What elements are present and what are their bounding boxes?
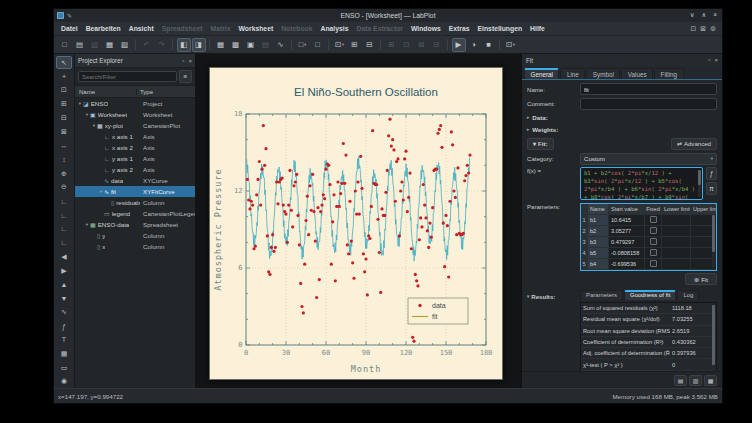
new-spreadsheet-button[interactable]: ▦ — [214, 38, 228, 52]
menu-ansicht[interactable]: Ansicht — [125, 25, 158, 32]
add-info-element-tool-button[interactable]: ◉ — [56, 375, 72, 388]
export-button[interactable]: □ — [311, 38, 325, 52]
new-project-button[interactable]: □ — [58, 38, 72, 52]
shift-right-x-tool-button[interactable]: ▶ — [56, 264, 72, 277]
pause-button[interactable]: ◑ — [467, 38, 481, 52]
auto-scale-y-tool-button[interactable]: ↕ — [56, 153, 72, 166]
section-weights[interactable]: ▸ Weights: — [527, 125, 717, 135]
param-name-cell[interactable]: b2 — [588, 226, 609, 236]
y-axis-label[interactable]: Atmospheric Pressure — [213, 168, 223, 290]
tree-row-y-axis-1[interactable]: ∟y axis 1Axis — [75, 153, 195, 164]
menu-windows[interactable]: Windows — [407, 25, 445, 32]
insert-function-button[interactable]: ƒ — [706, 167, 717, 180]
layout-combo-button[interactable]: ⊡▾ — [504, 38, 518, 52]
print-button[interactable]: ▦ — [103, 38, 117, 52]
stop-button[interactable]: ■ — [482, 38, 496, 52]
play-button[interactable]: ▶ — [452, 38, 466, 52]
param-start-value-cell[interactable]: 0.479297 — [609, 237, 645, 247]
param-name-cell[interactable]: b5 — [588, 248, 609, 258]
xy-plot-canvas[interactable]: 0306090120150180061218El Niño-Southern O… — [210, 68, 502, 379]
tab-filling[interactable]: Filling — [654, 68, 683, 79]
menu-data-extractor[interactable]: Data Extractor — [352, 25, 406, 32]
tab-line[interactable]: Line — [560, 68, 585, 79]
auto-scale-x-tool-button[interactable]: ↔ — [56, 139, 72, 152]
tree-row-y[interactable]: ▯yColumn — [75, 230, 195, 241]
zoom-out-x-tool-button[interactable]: ∟ — [56, 208, 72, 221]
zoom-select-tool-button[interactable]: ⊡ — [56, 84, 72, 97]
dock-float-icon[interactable]: ▫ — [182, 58, 184, 64]
menu-datei[interactable]: Datei — [57, 25, 82, 32]
results-tab-parameters[interactable]: Parameters — [580, 290, 623, 300]
param-lower-limit-cell[interactable] — [662, 215, 691, 225]
parameter-row-b5[interactable]: 4b5-0.0808158 — [581, 248, 716, 259]
zoom-out-y-tool-button[interactable]: ∟ — [56, 236, 72, 249]
tree-row-x-axis-1[interactable]: ∟x axis 1Axis — [75, 131, 195, 142]
tree-row-x[interactable]: ▯xColumn — [75, 241, 195, 252]
menu-bearbeiten[interactable]: Bearbeiten — [82, 25, 125, 32]
param-start-value-cell[interactable]: 10.6415 — [609, 215, 645, 225]
save-template-button[interactable]: ▥ — [689, 375, 702, 386]
formula-scrollbar[interactable] — [698, 170, 701, 197]
zoom-mode-button[interactable]: ⊡▾ — [333, 38, 347, 52]
param-name-cell[interactable]: b3 — [588, 237, 609, 247]
mdi-close-icon[interactable]: ⊠ — [700, 25, 706, 33]
shift-left-x-tool-button[interactable]: ◀ — [56, 250, 72, 263]
param-lower-limit-cell[interactable] — [662, 237, 691, 247]
menu-spreadsheet[interactable]: Spreadsheet — [158, 25, 207, 32]
param-start-value-cell[interactable]: -0.0808158 — [609, 248, 645, 258]
tree-row-legend[interactable]: ▭legendCartesianPlotLegend — [75, 208, 195, 219]
new-worksheet-button[interactable]: ▣ — [244, 38, 258, 52]
titlebar[interactable]: ✎ ENSO - [Worksheet] — LabPlot ∨ ∧ × — [54, 9, 722, 22]
section-fit-button[interactable]: ▾ Fit: — [527, 138, 554, 150]
parameter-row-b2[interactable]: 2b23.05277 — [581, 226, 716, 237]
menu-worksheet[interactable]: Worksheet — [235, 25, 278, 32]
insert-constant-button[interactable]: π — [706, 182, 717, 195]
tree-row-xy-plot[interactable]: ▾▦xy-plotCartesianPlot — [75, 120, 195, 131]
minimize-button[interactable]: ∨ — [690, 12, 695, 19]
menu-hilfe[interactable]: Hilfe — [526, 25, 549, 32]
advanced-button[interactable]: ⇄ Advanced — [671, 138, 717, 150]
shift-down-y-tool-button[interactable]: ▼ — [56, 292, 72, 305]
menu-einstellungen[interactable]: Einstellungen — [474, 25, 527, 32]
category-select[interactable]: Custom ▾ — [580, 153, 717, 165]
dock-close-icon[interactable]: × — [188, 58, 192, 64]
tree-row-data[interactable]: ∿dataXYCurve — [75, 175, 195, 186]
formula-editor[interactable]: b1 + b2*cos( 2*pi*x/12 ) + b3*sin( 2*pi*… — [580, 167, 703, 200]
worksheet-sheet[interactable]: 0306090120150180061218El Niño-Southern O… — [209, 67, 503, 380]
run-fit-button[interactable]: ⊛ Fit — [685, 273, 717, 285]
select-tool-button[interactable]: ↖ — [56, 56, 72, 69]
param-lower-limit-cell[interactable] — [662, 248, 691, 258]
name-field[interactable] — [580, 83, 717, 95]
parameters-scrollbar[interactable] — [712, 215, 715, 268]
new-datapicker-button[interactable]: ∿ — [274, 38, 288, 52]
tree-row-y-axis-2[interactable]: ∟y axis 2Axis — [75, 164, 195, 175]
param-name-cell[interactable]: b4 — [588, 259, 609, 269]
reset-settings-button[interactable]: ▤ — [674, 375, 687, 386]
menu-extras[interactable]: Extras — [445, 25, 474, 32]
print-preview-button[interactable]: ▧ — [118, 38, 132, 52]
dock-float-icon[interactable]: ▫ — [708, 57, 710, 63]
results-label[interactable]: ▾ Results: — [527, 293, 577, 300]
add-curve-tool-button[interactable]: ∿ — [56, 305, 72, 318]
zoom-x-select-tool-button[interactable]: ⊞ — [56, 98, 72, 111]
new-matrix-button[interactable]: ▩ — [229, 38, 243, 52]
param-fixed-checkbox[interactable] — [650, 260, 657, 267]
zoom-in-x-tool-button[interactable]: ∟ — [56, 195, 72, 208]
worksheet-view[interactable]: 0306090120150180061218El Niño-Southern O… — [196, 54, 521, 388]
tab-values[interactable]: Values — [621, 68, 653, 79]
fit-curve[interactable] — [247, 157, 470, 262]
param-fixed-checkbox[interactable] — [650, 216, 657, 223]
import-menu-button[interactable]: □▾ — [296, 38, 310, 52]
filter-options-icon[interactable]: ≡ — [179, 70, 192, 83]
parameter-row-b4[interactable]: 5b4-0.699536 — [581, 259, 716, 270]
tree-row-x-axis-2[interactable]: ∟x axis 2Axis — [75, 142, 195, 153]
results-tab-goodness-of-fit[interactable]: Goodness of fit — [624, 290, 676, 300]
crosshair-tool-button[interactable]: + — [56, 70, 72, 83]
plot-title[interactable]: El Niño-Southern Oscillation — [294, 86, 438, 98]
add-legend-tool-button[interactable]: ▭ — [56, 361, 72, 374]
add-image-tool-button[interactable]: ▦ — [56, 347, 72, 360]
toggle-project-explorer-button[interactable]: ◧ — [177, 38, 191, 52]
zoom-in-button[interactable]: ⊞ — [348, 38, 362, 52]
tree-row-residuals[interactable]: ▯residualsColumn — [75, 197, 195, 208]
param-fixed-checkbox[interactable] — [650, 238, 657, 245]
